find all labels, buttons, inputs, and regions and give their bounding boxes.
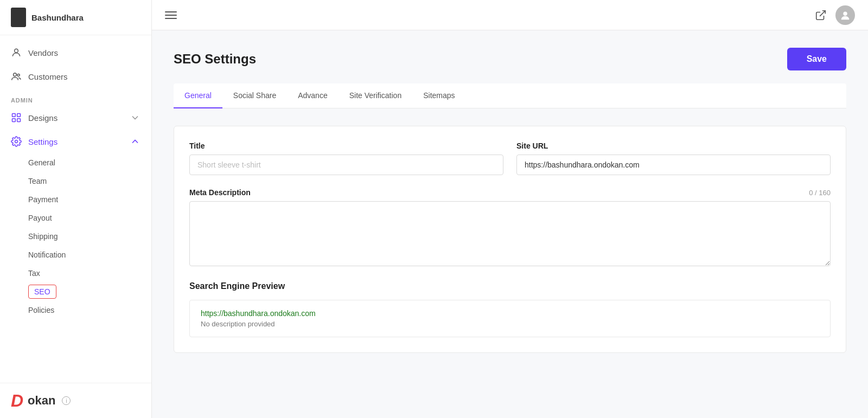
customers-icon [11, 71, 22, 82]
sidebar-sub-tax[interactable]: Tax [28, 264, 151, 282]
preview-section: Search Engine Preview https://bashundhar… [189, 281, 831, 337]
meta-desc-label: Meta Description [189, 188, 251, 197]
main-content: SEO Settings Save General Social Share A… [152, 30, 868, 418]
sidebar-logo-text: Bashundhara [31, 13, 84, 22]
person-icon [11, 47, 22, 58]
title-input[interactable] [189, 155, 503, 175]
main: SEO Settings Save General Social Share A… [152, 0, 868, 418]
logo-icon [11, 8, 26, 27]
sidebar-nav: Vendors Customers ADMIN Designs [0, 35, 151, 383]
designs-icon [11, 112, 22, 123]
tab-site-verification[interactable]: Site Verification [339, 83, 413, 108]
sidebar-sub-seo[interactable]: SEO [28, 285, 56, 299]
sidebar-sub-payout[interactable]: Payout [28, 209, 151, 227]
svg-rect-6 [17, 119, 21, 122]
svg-line-8 [820, 10, 825, 16]
svg-point-7 [15, 140, 18, 143]
preview-title: Search Engine Preview [189, 281, 831, 291]
dokan-logo-d: D [11, 392, 23, 409]
tabs-bar: General Social Share Advance Site Verifi… [174, 83, 846, 108]
site-url-input[interactable] [516, 155, 831, 175]
tab-general[interactable]: General [174, 83, 222, 108]
svg-rect-5 [12, 119, 16, 122]
hamburger-menu-icon[interactable] [165, 11, 177, 19]
topbar [152, 0, 868, 30]
preview-desc: No description provided [201, 320, 819, 328]
svg-point-1 [14, 73, 17, 76]
sidebar-logo: Bashundhara [0, 0, 151, 35]
designs-label: Designs [28, 113, 58, 123]
sidebar-sub-payment[interactable]: Payment [28, 190, 151, 209]
designs-left: Designs [11, 112, 58, 123]
settings-sub-items: General Team Payment Payout Shipping Not… [0, 153, 151, 319]
sidebar-item-settings[interactable]: Settings [0, 130, 151, 153]
tab-social-share[interactable]: Social Share [222, 83, 287, 108]
meta-desc-textarea[interactable] [189, 201, 831, 266]
customers-label: Customers [28, 72, 68, 81]
meta-count: 0 / 160 [809, 189, 831, 197]
settings-icon [11, 136, 22, 147]
svg-point-2 [17, 74, 20, 76]
title-url-row: Title Site URL [189, 142, 831, 175]
sidebar: Bashundhara Vendors Customers ADMIN [0, 0, 152, 418]
topbar-right [815, 5, 855, 25]
sidebar-sub-policies[interactable]: Policies [28, 301, 151, 319]
sidebar-sub-seo-wrapper: SEO [28, 282, 151, 301]
external-link-icon[interactable] [815, 9, 827, 21]
sidebar-sub-general[interactable]: General [28, 153, 151, 172]
dokan-logo-rest: okan [28, 394, 55, 408]
svg-point-9 [843, 11, 847, 15]
svg-point-0 [15, 49, 18, 53]
sidebar-item-customers[interactable]: Customers [0, 65, 151, 88]
site-url-group: Site URL [516, 142, 831, 175]
meta-header: Meta Description 0 / 160 [189, 188, 831, 197]
page-title: SEO Settings [174, 52, 256, 67]
svg-rect-4 [17, 114, 21, 117]
sidebar-sub-notification[interactable]: Notification [28, 246, 151, 264]
preview-box: https://bashundhara.ondokan.com No descr… [189, 300, 831, 337]
tab-sitemaps[interactable]: Sitemaps [412, 83, 465, 108]
title-group: Title [189, 142, 503, 175]
page-header: SEO Settings Save [174, 48, 846, 70]
sidebar-footer: D okan i [0, 383, 151, 418]
vendors-label: Vendors [28, 48, 58, 57]
save-button[interactable]: Save [787, 48, 846, 70]
sidebar-sub-shipping[interactable]: Shipping [28, 227, 151, 246]
sidebar-sub-team[interactable]: Team [28, 172, 151, 190]
site-url-label: Site URL [516, 142, 831, 150]
seo-form-card: Title Site URL Meta Description 0 / 160 … [174, 126, 846, 353]
settings-label: Settings [28, 137, 58, 146]
meta-desc-row: Meta Description 0 / 160 [189, 188, 831, 266]
preview-url: https://bashundhara.ondokan.com [201, 309, 819, 318]
chevron-up-icon [130, 136, 141, 147]
chevron-down-icon [130, 112, 141, 123]
sidebar-item-designs[interactable]: Designs [0, 106, 151, 130]
svg-rect-3 [12, 114, 16, 117]
settings-left: Settings [11, 136, 58, 147]
topbar-left [165, 11, 177, 19]
admin-section-label: ADMIN [0, 88, 151, 106]
title-label: Title [189, 142, 503, 150]
dokan-info-icon[interactable]: i [62, 396, 71, 405]
sidebar-item-vendors[interactable]: Vendors [0, 41, 151, 65]
user-avatar[interactable] [835, 5, 855, 25]
tab-advance[interactable]: Advance [287, 83, 338, 108]
